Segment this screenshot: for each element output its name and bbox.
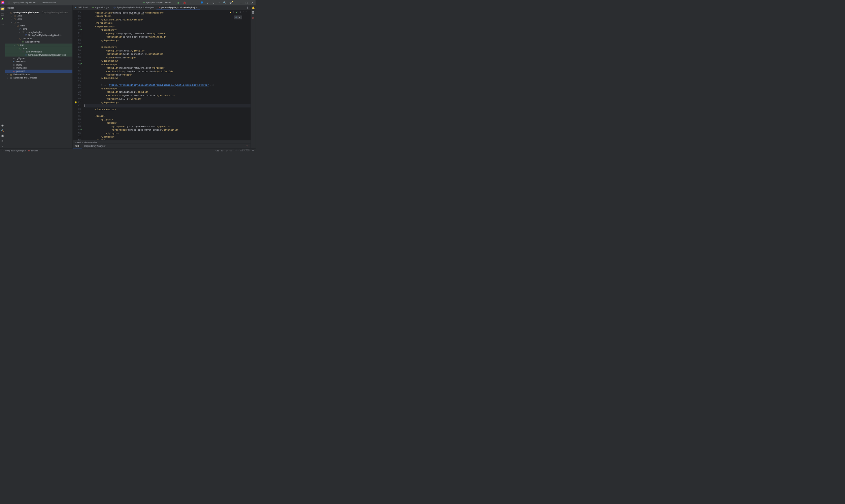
project-view: Project ⌄ ⋮ ⌄▢spring-boot-mybatisplus D:… <box>5 6 73 148</box>
tree-scratches[interactable]: ›▤Scratches and Consoles <box>5 76 72 79</box>
minimize-button[interactable]: — <box>239 1 243 4</box>
resources-folder-icon: ▢ <box>19 38 22 40</box>
class-icon: Ⓒ <box>113 6 116 9</box>
notifications-button[interactable]: 🔔 <box>252 6 255 9</box>
tab-pom[interactable]: mpom.xml (spring-boot-mybatisplus)✕ <box>156 6 200 10</box>
database-tool-button[interactable]: 🗄 <box>252 12 254 14</box>
spring-tool-button[interactable]: ✿ <box>1 18 4 21</box>
structure-tool-button[interactable]: ⋯ <box>1 23 4 26</box>
highlight-popup[interactable]: 🖉 ✕ <box>234 16 242 19</box>
more-actions-button[interactable]: ⋮ <box>189 1 192 4</box>
tree-class-test[interactable]: ⒸSpringBootMybatisplusApplicationTests <box>5 53 72 57</box>
folder-icon: ▢ <box>14 18 16 20</box>
chevron-down-icon: ⌄ <box>57 2 58 4</box>
tree-file-pom[interactable]: mpom.xml <box>5 70 72 73</box>
folder-icon: ▢ <box>14 15 16 17</box>
project-tool-button[interactable]: 📁 <box>0 6 5 11</box>
tab-help[interactable]: M↓HELP.md <box>73 6 90 10</box>
git-tool-button[interactable]: ⑂ <box>2 144 3 147</box>
tree-root[interactable]: ⌄▢spring-boot-mybatisplus D:\spring-boot… <box>5 11 72 14</box>
status-bar: ⎇spring-boot-mybatisplus › m pom.xml 42:… <box>0 148 256 152</box>
search-everywhere-button[interactable]: 🔍 <box>223 1 227 4</box>
commit-vcs-icon[interactable]: ↘ <box>212 1 215 4</box>
code-content[interactable]: <description>spring-boot-mybatisplus</de… <box>83 10 250 140</box>
run-config-selector[interactable]: ⟲ SpringBootMybati…lication ⌄ <box>143 1 175 4</box>
tree-file-mvnw-cmd[interactable]: ≡mvnw.cmd <box>5 66 72 70</box>
tree-folder-main[interactable]: ⌄▢main <box>5 24 72 28</box>
tree-package-test[interactable]: ⌄com.mybatisplus <box>5 50 72 53</box>
tree-folder-resources[interactable]: ⌄▢resources <box>5 37 72 40</box>
file-encoding[interactable]: UTF-8 <box>226 149 231 152</box>
highlight-icon: 🖉 <box>235 16 237 19</box>
code-with-me-icon[interactable]: 👤 <box>200 1 204 4</box>
close-window-button[interactable]: ✕ <box>250 1 254 4</box>
dep-tab-analyzer[interactable]: Dependency Analyzer <box>82 144 108 148</box>
scratch-icon: ▤ <box>10 76 13 79</box>
build-tool-button[interactable]: 🔨 <box>1 129 4 132</box>
right-tool-strip: 🔔 🗄 m <box>250 6 256 148</box>
class-icon: Ⓒ <box>25 34 28 37</box>
chevron-up-icon[interactable]: ˄ <box>243 11 244 13</box>
push-vcs-icon[interactable]: ↗ <box>217 1 221 4</box>
update-vcs-icon[interactable]: ↙ <box>206 1 210 4</box>
git-branch-widget[interactable]: ⎇spring-boot-mybatisplus › m pom.xml <box>2 149 38 152</box>
project-crumb[interactable]: spring-boot-mybatisplus ⌄ <box>14 1 39 4</box>
close-tab-button[interactable]: ✕ <box>196 6 197 8</box>
problems-tool-button[interactable]: ⊘ <box>1 139 4 142</box>
settings-button[interactable]: ⚙ <box>229 1 233 4</box>
tree-folder-java-test[interactable]: ⌄▢java <box>5 47 72 50</box>
tab-overflow-button[interactable]: ⋮ <box>244 6 250 10</box>
tree-folder-mvn[interactable]: ›▢.mvn <box>5 17 72 21</box>
maven-tool-button[interactable]: m <box>252 17 254 19</box>
tree-folder-test[interactable]: ⌄▢test <box>5 43 72 47</box>
tab-yml[interactable]: ⚙application.yml <box>90 6 111 10</box>
tab-app[interactable]: ⒸSpringBootMybatisplusApplication.java <box>111 6 156 10</box>
project-view-header[interactable]: Project ⌄ ⋮ <box>5 6 72 10</box>
line-separator[interactable]: LF <box>222 149 224 152</box>
editor-tabs: M↓HELP.md ⚙application.yml ⒸSpringBootMy… <box>73 6 250 10</box>
vcs-crumb[interactable]: Version control ⌄ <box>41 1 58 4</box>
tree-folder-java[interactable]: ⌄▢java <box>5 28 72 31</box>
main-menu-button[interactable]: ☰ <box>7 1 11 4</box>
maven-tool-icon[interactable]: ⬚ <box>244 144 250 148</box>
maximize-button[interactable]: ▢ <box>245 1 249 4</box>
breadcrumb-bar[interactable]: project›dependencies <box>73 140 250 144</box>
dep-tab-text[interactable]: Text <box>73 144 82 148</box>
run-button[interactable]: ▶ <box>177 1 180 4</box>
services-tool-button[interactable]: ◉ <box>1 124 4 127</box>
tree-external-libs[interactable]: ›▥External Libraries <box>5 73 72 76</box>
commit-tool-button[interactable]: ◯ <box>1 13 4 16</box>
debug-button[interactable]: 🐞 <box>182 1 187 4</box>
tree-class-app[interactable]: ⒸSpringBootMybatisplusApplication <box>5 34 72 37</box>
folder-icon: ▢ <box>14 21 16 23</box>
tree-file-mvnw[interactable]: ≡mvnw <box>5 63 72 66</box>
tree-file-help[interactable]: M↓HELP.md <box>5 60 72 63</box>
tree-file-yml[interactable]: ⚙application.yml <box>5 40 72 43</box>
breadcrumb-item[interactable]: dependencies <box>85 141 97 143</box>
code-editor[interactable]: ▲1 ✔2 ˄ ˅ 🖉 ✕ 15161718192021222324252627… <box>73 10 250 140</box>
maven-icon: m <box>159 6 160 9</box>
yml-icon: ⚙ <box>22 40 24 43</box>
watermark: CSDN @长江同学 <box>234 149 250 152</box>
editor-area: M↓HELP.md ⚙application.yml ⒸSpringBootMy… <box>73 6 250 148</box>
project-more-button[interactable]: ⋮ <box>67 6 71 9</box>
yml-icon: ⚙ <box>92 6 94 8</box>
gutter[interactable]: 1516171819202122232425262728293031323334… <box>73 10 83 140</box>
indent-widget[interactable]: ⊞ <box>252 149 254 152</box>
project-view-title: Project <box>7 6 14 9</box>
inspection-widget[interactable]: ▲1 ✔2 ˄ ˅ <box>229 11 247 13</box>
folder-icon: ▢ <box>17 24 19 27</box>
tree-folder-idea[interactable]: ›▢.idea <box>5 14 72 17</box>
close-icon[interactable]: ✕ <box>239 16 241 19</box>
project-tree[interactable]: ⌄▢spring-boot-mybatisplus D:\spring-boot… <box>5 10 72 148</box>
folder-icon: ▢ <box>10 11 13 14</box>
caret-position[interactable]: 42:1 <box>215 149 219 152</box>
package-icon <box>22 51 25 53</box>
tree-folder-src[interactable]: ⌄▢src <box>5 21 72 24</box>
tree-file-gitignore[interactable]: ⊘.gitignore <box>5 57 72 60</box>
terminal-tool-button[interactable]: ▣ <box>1 134 4 137</box>
file-icon: ≡ <box>13 67 16 69</box>
chevron-down-icon[interactable]: ˅ <box>246 11 247 13</box>
tree-package[interactable]: ⌄com.mybatisplus <box>5 30 72 34</box>
file-icon: ⊘ <box>13 57 16 59</box>
